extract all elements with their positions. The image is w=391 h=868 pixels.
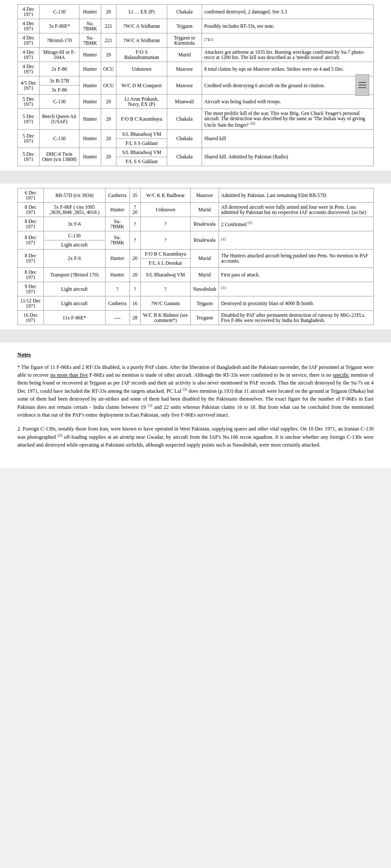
pilot-cell: F/L S S Gahlaut — [116, 157, 167, 166]
notes-cell: Possibly includes RT-33s, see note. — [202, 19, 374, 33]
table-row: 5 Dec 1971 Beech Queen Air (USAF) Hunter… — [18, 109, 374, 130]
location-cell: Masroor — [191, 188, 219, 202]
notes-cell: Disabled by PAF after permanent destruct… — [219, 310, 373, 325]
date-cell: 4 Dec 1971 — [18, 62, 40, 76]
table-row: 5 Dec 1971 DHC-6 Twin Otter (s/n 13808) … — [18, 148, 374, 157]
aircraft-cell: DHC-6 Twin Otter (s/n 13808) — [40, 148, 80, 166]
date-cell: 8 Dec 1971 — [18, 267, 44, 282]
table-row: 4 Dec 1971 C-130 Hunter 20 Lt … EX (P) C… — [18, 5, 374, 19]
notes-cell: 2 Confirmed [1] — [219, 217, 373, 231]
date-cell: 8 Dec 1971 — [18, 231, 44, 249]
notes-section: Notes * The figure of 11 F-86Es and 2 RT… — [0, 342, 391, 468]
section-gap-2 — [0, 329, 391, 342]
aircraft-cell: RB-57D (t/n 3934) — [43, 188, 105, 202]
weapon-cell: Hunter — [79, 48, 101, 62]
date-cell: 8 Dec 1971 — [18, 202, 44, 217]
table1-wrapper: 4 Dec 1971 C-130 Hunter 20 Lt … EX (P) C… — [17, 4, 374, 166]
pilot-cell: W/C D M Conquest — [116, 76, 167, 95]
notes-cell: [7][1] — [202, 33, 374, 48]
weapon-cell: Hunter — [105, 202, 129, 217]
pilot-cell: F/O B C Karambaya — [140, 249, 191, 258]
aircraft-cell: C-130 — [43, 231, 105, 240]
weapon-cell: Hunter — [105, 249, 129, 267]
table-row: 5 Dec 1971 C-130 Hunter 20 Lt Arun Praka… — [18, 95, 374, 109]
table-row: 11/12 Dec 1971 Light aircraft Canberra 1… — [18, 296, 374, 310]
location-cell: Nawabshah — [191, 282, 219, 296]
pilot-cell: F/L A L Deoskar — [140, 258, 191, 267]
location-cell: Risalewala — [191, 231, 219, 249]
date-cell: 8 Dec 1971 — [18, 249, 44, 267]
pilot-cell: W/C B K Bishnoi (see comment*) — [140, 310, 191, 325]
date-cell: 4 Dec 1971 — [18, 33, 40, 48]
location-cell: Chakala — [167, 129, 202, 148]
weapon-cell: Canberra — [105, 296, 129, 310]
notes-cell: First pass of attack. — [219, 267, 373, 282]
table-row: 4 Dec 1971 2x F-86 Hunter OCU Unknown Ma… — [18, 62, 374, 76]
location-cell: Murid — [191, 267, 219, 282]
sqn-cell: 20 — [101, 48, 116, 62]
notes-cell: All destroyed aircraft were fully armed … — [219, 202, 373, 217]
location-cell: Chakala — [167, 148, 202, 166]
date-cell: 4 Dec 1971 — [18, 48, 40, 62]
location-cell: Tejgaon — [191, 296, 219, 310]
aircraft-cell: C-130 — [40, 5, 80, 19]
notes-cell: Admitted by Pakistan. Last remaining Eli… — [219, 188, 373, 202]
scroll-line — [358, 82, 366, 83]
scroll-line — [358, 87, 366, 88]
aircraft-cell: 3x F-86E* — [40, 19, 80, 33]
notes-cell: confirmed destroyed, 2 damaged. See 3.3 — [202, 5, 374, 19]
sqn-cell: 20 — [101, 129, 116, 148]
date-cell: 8 Dec 1971 — [18, 217, 44, 231]
sqn-cell: 20 — [101, 5, 116, 19]
aircraft-cell: 3x F-86 — [40, 85, 80, 95]
date-cell: 4 Dec 1971 — [18, 19, 40, 33]
notes-cell: Aircraft was being loaded with troops. — [202, 95, 374, 109]
aircraft-cell: ?Bristol-170 — [40, 33, 80, 48]
table-row: 16 Dec 1971 11x F-86E* ---- 28 W/C B K B… — [18, 310, 374, 325]
table-row: 5 Dec 1971 C-130 Hunter 20 S/L Bharadwaj… — [18, 129, 374, 138]
pilot-cell: ?W/C Gautam — [140, 296, 191, 310]
notes-cell: Attackers got airborne at 1035 hrs. Burn… — [202, 48, 374, 62]
section-gap-1 — [0, 171, 391, 184]
table-row: 8 Dec 1971 3x F-6 Su-7BMK ? ? Risalewala… — [18, 217, 374, 231]
table-row: 4 Dec 1971 3x F-86E* Su-7BMK 221 ?W/C A … — [18, 19, 374, 33]
date-cell: 5 Dec 1971 — [18, 95, 40, 109]
table-row: 6 Dec 1971 RB-57D (t/n 3934) Canberra 35… — [18, 188, 374, 202]
table-row: 4 Dec 1971 ?Bristol-170 Su-7BMK 221 ?W/C… — [18, 33, 374, 48]
table-row: 8 Dec 1971 Transport (?Bristol 170) Hunt… — [18, 267, 374, 282]
pilot-cell: ?W/C A Sridharan — [116, 33, 167, 48]
pilot-cell: Unknown — [116, 62, 167, 76]
weapon-cell: Hunter — [79, 95, 101, 109]
sqn-cell: 20 — [101, 109, 116, 130]
pilot-cell: W/C K K Badhwar — [140, 188, 191, 202]
notes-cell: The most prolific kill of the war. This … — [202, 109, 374, 130]
sqn-cell: 28 — [129, 310, 140, 325]
location-cell: Murid — [167, 48, 202, 62]
aircraft-cell: Light aircraft — [43, 282, 105, 296]
sqn-cell: ? — [129, 217, 140, 231]
location-cell: Murid — [191, 202, 219, 217]
weapon-cell: Hunter — [105, 267, 129, 282]
weapon-cell: Su-7BMK — [79, 33, 101, 48]
sqn-cell: 35 — [129, 188, 140, 202]
date-cell: 16 Dec 1971 — [18, 310, 44, 325]
notes-para-2: 2. Foreign C-130s, notably those from Ir… — [17, 425, 374, 449]
sqn-cell: 221 — [101, 33, 116, 48]
date-cell: 5 Dec 1971 — [18, 148, 40, 166]
aircraft-cell: Mirage-III or F-104A — [40, 48, 80, 62]
aircraft-cell: C-130 — [40, 129, 80, 148]
location-cell: Mianwali — [167, 95, 202, 109]
pilot-cell: ?W/C A Sridharan — [116, 19, 167, 33]
location-cell: Chakala — [167, 109, 202, 130]
pilot-cell: F/O B C Karambaya — [116, 109, 167, 130]
notes-cell: Credited with destroying 6 aircraft on t… — [202, 76, 374, 95]
weapon-cell: Su-7BMK — [105, 217, 129, 231]
date-cell: 4/5 Dec 1971 — [18, 76, 40, 95]
weapon-cell: ? — [105, 282, 129, 296]
sqn-cell: 20 — [101, 148, 116, 166]
pilot-cell: F/L S S Gahlaut — [116, 138, 167, 148]
sqn-cell: ? — [129, 282, 140, 296]
scroll-button[interactable] — [355, 74, 369, 96]
pilot-cell: ? — [140, 282, 191, 296]
table-row: 4 Dec 1971 Mirage-III or F-104A Hunter 2… — [18, 48, 374, 62]
